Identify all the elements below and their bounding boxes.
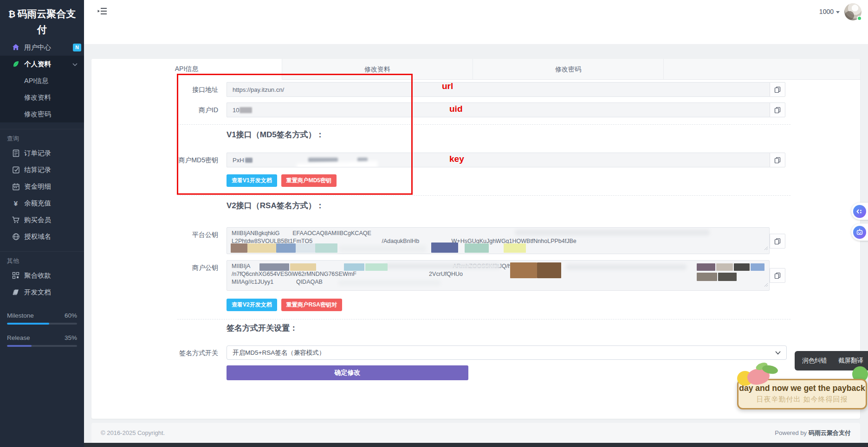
merchant-key-textarea[interactable]: MIIBIjA ARmhZOOS5Kf3tJQ/h /n7fQ6cnhXG654… <box>227 260 770 291</box>
home-icon <box>11 43 20 51</box>
copy-md5-key-button[interactable] <box>770 153 785 167</box>
top-header: 1000 <box>84 0 868 44</box>
copy-merchant-key-button[interactable] <box>770 268 785 283</box>
redaction-block <box>296 243 315 253</box>
chevron-down-icon <box>72 60 78 68</box>
sidebar-item-label: 结算记录 <box>24 166 51 174</box>
sidebar-item-order-records[interactable]: 订单记录 <box>0 145 84 161</box>
redaction-block <box>308 158 338 162</box>
smudge <box>385 263 501 269</box>
progress-release: Release 35% <box>7 333 77 342</box>
tab-change-password[interactable]: 修改密码 <box>473 59 664 80</box>
redaction-block <box>504 243 526 253</box>
annotation-key: key <box>449 154 464 164</box>
document-list-icon <box>11 149 20 157</box>
sidebar-item-profile[interactable]: 个人资料 <box>0 56 84 72</box>
user-dropdown[interactable]: 1000 <box>819 8 840 15</box>
md5-key-input[interactable]: PxH <box>227 153 770 167</box>
resize-grip-icon[interactable] <box>764 245 768 253</box>
sign-switch-select[interactable]: 开启MD5+RSA签名（兼容模式） <box>227 345 787 360</box>
reset-rsa-keys-button[interactable]: 重置商户RSA密钥对 <box>281 299 342 311</box>
redaction-block <box>431 243 458 253</box>
footer: © 2016-2025 Copyright. Powered by码雨云聚合支付 <box>91 423 860 443</box>
tab-api-info[interactable]: API信息 <box>91 59 282 80</box>
sidebar-item-edit-profile[interactable]: 修改资料 <box>0 89 84 106</box>
merchant-id-label: 商户ID <box>139 106 218 115</box>
brand-logo: ₿码雨云聚合支付 <box>4 0 81 39</box>
sidebar-item-label: 授权域名 <box>24 232 51 241</box>
sidebar-item-change-password[interactable]: 修改密码 <box>0 106 84 122</box>
powered-by: Powered by码雨云聚合支付 <box>775 429 851 437</box>
sidebar-item-dev-docs[interactable]: 开发文档 <box>0 284 84 300</box>
sidebar-item-fund-details[interactable]: 资金明细 <box>0 178 84 195</box>
leaf-icon <box>11 60 20 68</box>
check-square-icon <box>11 166 20 174</box>
sidebar-item-balance-recharge[interactable]: ¥ 余额充值 <box>0 195 84 211</box>
sidebar-item-label: 个人资料 <box>24 60 51 69</box>
sidebar-item-buy-membership[interactable]: 购买会员 <box>0 211 84 228</box>
footer-brand: 码雨云聚合支付 <box>809 429 851 436</box>
resize-grip-icon[interactable] <box>764 281 768 289</box>
redaction-block <box>231 243 247 253</box>
chevron-down-icon <box>775 349 781 356</box>
globe-icon <box>11 233 20 241</box>
redaction-block <box>734 263 750 271</box>
sidebar-item-api-info[interactable]: API信息 <box>0 72 84 89</box>
merchant-key-label: 商户公钥 <box>139 264 218 272</box>
progress-milestone: Milestone 60% <box>7 311 77 320</box>
assistant-robot-button[interactable] <box>851 224 868 241</box>
assistant-chat-button[interactable] <box>851 203 868 220</box>
sidebar-item-aggregate-collection[interactable]: 聚合收款 <box>0 267 84 284</box>
cart-icon <box>11 216 20 224</box>
lyric-english: day and now we get the payback <box>738 383 866 393</box>
copy-platform-key-button[interactable] <box>770 234 785 249</box>
sidebar-item-label: 订单记录 <box>24 149 51 158</box>
platform-key-label: 平台公钥 <box>139 231 218 239</box>
reset-md5-key-button[interactable]: 重置商户MD5密钥 <box>281 174 337 187</box>
smudge <box>338 245 427 252</box>
confirm-submit-button[interactable]: 确定修改 <box>227 365 468 380</box>
divider <box>177 319 790 319</box>
robot-icon <box>853 226 866 239</box>
view-v2-docs-button[interactable]: 查看V2开发文档 <box>227 299 277 311</box>
merchant-id-value: 10 <box>233 107 239 114</box>
sidebar-item-label: 用户中心 <box>24 43 51 52</box>
sign-switch-value: 开启MD5+RSA签名（兼容模式） <box>233 349 325 357</box>
progress-value: 60% <box>65 312 77 319</box>
redaction-block <box>247 243 276 253</box>
sidebar-item-user-center[interactable]: 用户中心 N <box>0 39 84 56</box>
copy-url-button[interactable] <box>770 82 785 97</box>
menu-fold-icon[interactable] <box>97 7 108 15</box>
tab-edit-profile[interactable]: 修改资料 <box>282 59 473 80</box>
redaction-block <box>344 263 364 271</box>
redaction-block <box>751 263 764 271</box>
quote-chat-icon <box>853 205 866 218</box>
tab-bar: API信息 修改资料 修改密码 <box>91 59 860 80</box>
api-url-input[interactable] <box>227 82 770 97</box>
sidebar-item-label: 购买会员 <box>24 216 51 224</box>
annotation-url: url <box>442 81 453 91</box>
online-status-dot <box>857 16 862 21</box>
powered-prefix: Powered by <box>775 429 807 436</box>
redaction-block <box>315 243 337 253</box>
redaction-block <box>240 107 252 113</box>
sidebar-item-settlement-records[interactable]: 结算记录 <box>0 161 84 178</box>
copy-merchant-id-button[interactable] <box>770 102 785 117</box>
progress-label: Release <box>7 334 30 341</box>
screenshot-translate-button[interactable]: 截屏翻译 <box>838 357 863 365</box>
avatar[interactable] <box>844 3 862 20</box>
progress-fill <box>7 323 49 325</box>
view-v1-docs-button[interactable]: 查看V1开发文档 <box>227 174 277 187</box>
polish-correct-button[interactable]: 润色纠错 <box>802 357 827 365</box>
sidebar-item-authorized-domains[interactable]: 授权域名 <box>0 228 84 245</box>
progress-label: Milestone <box>7 312 34 319</box>
sidebar-item-label: 资金明细 <box>24 182 51 191</box>
key-text: /n7fQ6cnhXG654VES0iW62rMNDNG76SEWmF 2Vcr… <box>232 270 764 278</box>
sidebar-item-label: 修改密码 <box>24 110 51 119</box>
copyright-text: © 2016-2025 Copyright. <box>101 429 165 436</box>
merchant-id-input[interactable]: 10 <box>227 102 770 117</box>
redaction-block <box>510 262 537 278</box>
platform-key-textarea[interactable]: MIIBIjANBgkqhkiG EFAAOCAQ8AMIIBCgKCAQE L… <box>227 227 770 254</box>
calendar-icon <box>11 183 20 191</box>
sidebar-group-profile: 个人资料 API信息 修改资料 修改密码 <box>0 56 84 122</box>
